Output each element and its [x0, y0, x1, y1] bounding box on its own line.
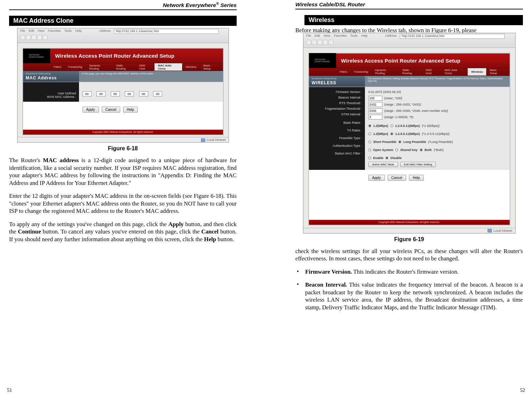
home-button-2[interactable] [329, 40, 333, 45]
dtim-input[interactable] [368, 115, 382, 120]
basic-rate-default: (*1-2(Mbps)) [422, 124, 440, 128]
auth-open-radio[interactable] [368, 149, 371, 151]
basic-rate-opt1: 1.2(MBps) [373, 124, 388, 128]
mac-octet-6[interactable] [153, 91, 162, 96]
cancel-button[interactable]: Cancel [102, 107, 120, 113]
label-rts: RTS Threshold : [312, 100, 362, 106]
forward-button[interactable] [26, 35, 31, 40]
back-button[interactable] [20, 35, 25, 40]
active-mac-table-button[interactable]: Active MAC Table [368, 162, 398, 167]
tab-dmz-host-2[interactable]: DMZ Host [422, 68, 441, 75]
apply-button-2[interactable]: Apply [368, 175, 385, 181]
tx-rate-default: (*1-2-5.5-11(Mbps)) [422, 132, 450, 136]
filter-disable: Disable [390, 156, 402, 160]
tx-rate-opt2-radio[interactable] [390, 132, 393, 135]
label-basic-rates: Basic Rates : [312, 120, 362, 125]
tab-dynamic-routing[interactable]: Dynamic Routing [86, 63, 113, 71]
menu-favorites[interactable]: Favorites [48, 29, 61, 34]
back-button-2[interactable] [306, 40, 311, 45]
label-preamble: Preamble Type : [312, 135, 362, 141]
preamble-long-radio[interactable] [398, 141, 401, 143]
mac-octet-3[interactable] [111, 91, 120, 96]
para-wireless-1: check the wireless settings for all your… [295, 247, 523, 262]
menu-file[interactable]: File [20, 29, 26, 34]
tab-mac-addr-clone-2[interactable]: MAC Addr Clone [441, 68, 468, 75]
tab-filters-2[interactable]: Filters [336, 68, 351, 75]
frag-input[interactable] [368, 108, 382, 113]
menu-view[interactable]: View [38, 29, 44, 34]
preamble-default: (*Long Preamble) [428, 140, 453, 144]
menu-view-2[interactable]: View [324, 34, 330, 39]
stop-button[interactable] [31, 35, 36, 40]
edit-mac-filter-button[interactable]: Edit MAC Filter Setting [400, 162, 436, 167]
tab-mac-addr-clone[interactable]: MAC Addr Clone [154, 63, 182, 71]
tab-wireless[interactable]: Wireless [182, 63, 200, 71]
menu-help-2[interactable]: Help [361, 34, 368, 39]
menu-file-2[interactable]: File [306, 34, 311, 39]
tab-filters[interactable]: Filters [50, 63, 65, 71]
tab-forwarding[interactable]: Forwarding [65, 63, 86, 71]
cancel-button-2[interactable]: Cancel [388, 175, 406, 181]
browser-chrome-2: File Edit View Favorites Tools Help Addr… [303, 33, 515, 48]
menu-help[interactable]: Help [75, 29, 82, 34]
basic-rate-opt2-radio[interactable] [390, 124, 393, 127]
auth-both-radio[interactable] [420, 149, 423, 151]
refresh-button-2[interactable] [323, 40, 328, 45]
home-button[interactable] [43, 35, 48, 40]
screenshot-figure-6-19: File Edit View Favorites Tools Help Addr… [303, 33, 516, 233]
page-section-description: In this page, you can change the WAN MAC… [79, 71, 223, 82]
rts-input[interactable] [368, 102, 382, 107]
tab-static-routing-2[interactable]: Static Routing [399, 68, 422, 75]
menu-tools-2[interactable]: Tools [350, 34, 358, 39]
figure-6-19-caption: Figure 6-19 [295, 236, 523, 243]
browser-status-bar-2: Local intranet [303, 228, 515, 233]
tab-forwarding-2[interactable]: Forwarding [351, 68, 372, 75]
help-button[interactable]: Help [123, 107, 138, 113]
tab-dmz-host[interactable]: DMZ Host [136, 63, 155, 71]
address-input[interactable]: http://192.168.1.1/wanmac.htm [114, 29, 219, 34]
breadcrumb-category-2: Broadband Networking [312, 77, 362, 80]
filter-enable: Enable [373, 156, 384, 160]
stop-button-2[interactable] [317, 40, 322, 45]
network-everywhere-logo: NETWORKEVERYWHERE [23, 49, 50, 63]
mac-octet-1[interactable] [82, 91, 92, 96]
tx-rate-opt1-radio[interactable] [368, 132, 371, 135]
mac-octet-2[interactable] [96, 91, 106, 96]
auth-default: (*Both) [434, 148, 444, 152]
tx-rate-opt1: 1.2(MBps) [373, 132, 388, 136]
address-input-2[interactable]: http://192.168.1.1/wireless.htm [400, 34, 505, 39]
tx-rate-opt2: 1.2.5.5.11(MBps) [395, 132, 420, 136]
mac-octet-5[interactable] [139, 91, 148, 96]
help-button-2[interactable]: Help [409, 175, 424, 181]
series-header-left: Network Everywhere® Series [9, 1, 237, 10]
filter-enable-radio[interactable] [368, 157, 371, 159]
tab-wireless-2[interactable]: Wireless [468, 68, 486, 75]
preamble-long: Long Preamble [403, 140, 426, 144]
forward-button-2[interactable] [312, 40, 317, 45]
filter-disable-radio[interactable] [386, 157, 388, 159]
browser-status-bar: Local intranet [17, 137, 229, 142]
beacon-input[interactable] [368, 96, 382, 101]
mac-octet-4[interactable] [125, 91, 134, 96]
bullet-firmware: • Firmware Version. This indicates the R… [295, 268, 523, 276]
figure-6-18-caption: Figure 6-18 [9, 145, 237, 152]
refresh-button[interactable] [37, 35, 42, 40]
auth-shared-radio[interactable] [395, 149, 398, 151]
apply-button[interactable]: Apply [82, 107, 99, 113]
page-51: Network Everywhere® Series MAC Address C… [0, 0, 266, 396]
tab-static-routing[interactable]: Static Routing [113, 63, 136, 71]
tab-dynamic-routing-2[interactable]: Dynamic Routing [372, 68, 399, 75]
menu-tools[interactable]: Tools [64, 29, 72, 34]
page-number-52: 52 [520, 387, 525, 393]
menu-edit-2[interactable]: Edit [315, 34, 320, 39]
basic-rate-opt1-radio[interactable] [368, 124, 371, 127]
tab-basic-setup-2[interactable]: Basic Setup [486, 68, 509, 75]
rts-hint: (range : 256~2432, *2432) [384, 103, 421, 106]
menu-edit[interactable]: Edit [29, 29, 34, 34]
menu-favorites-2[interactable]: Favorites [334, 34, 347, 39]
router-tabs: Filters Forwarding Dynamic Routing Stati… [23, 63, 223, 71]
label-mac-filter: Station MAC Filter : [312, 151, 362, 156]
frag-hint: (range : 256~2346, *2346, even number on… [384, 109, 448, 113]
tab-basic-setup[interactable]: Basic Setup [200, 63, 223, 71]
preamble-short-radio[interactable] [368, 141, 371, 143]
